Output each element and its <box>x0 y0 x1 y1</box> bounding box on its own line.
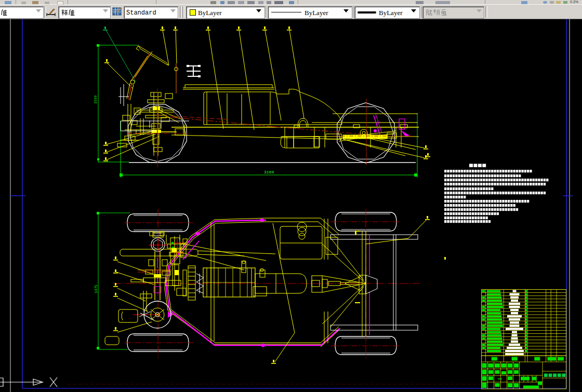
svg-text:1500: 1500 <box>94 95 98 104</box>
svg-text:3160: 3160 <box>264 170 274 174</box>
svg-text:1475: 1475 <box>94 285 98 293</box>
